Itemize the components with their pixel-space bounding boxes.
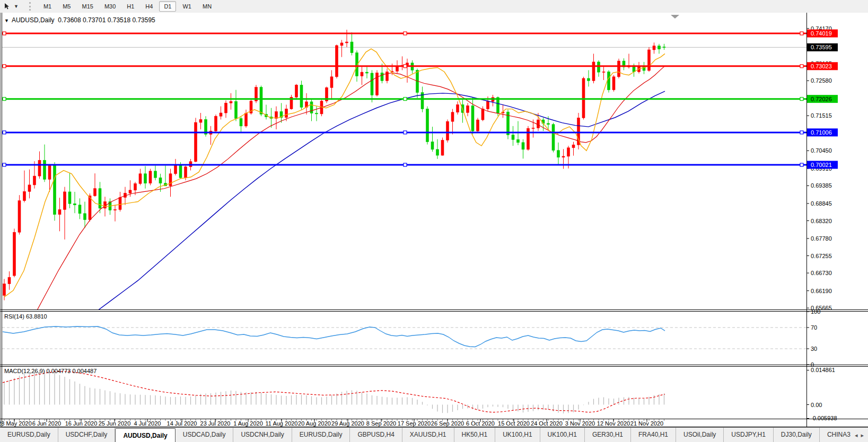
timeframe-button-M5[interactable]: M5 [58, 1, 75, 12]
price-badge-0.74019: 0.74019 [807, 30, 838, 38]
svg-text:0.68845: 0.68845 [811, 200, 832, 207]
chart-tab-ger30-h1[interactable]: GER30,H1 [585, 428, 631, 442]
chart-tab-china300-h1[interactable]: CHINA300,H1 [820, 428, 851, 442]
line-handle[interactable] [404, 98, 407, 101]
toolbar: ▼ M1M5M15M30H1H4D1W1MN [0, 0, 868, 13]
svg-text:0.68320: 0.68320 [811, 218, 832, 224]
timeframe-button-H1[interactable]: H1 [122, 1, 139, 12]
svg-text:3 Nov 2020: 3 Nov 2020 [565, 420, 595, 427]
tab-scroll-left-icon[interactable]: ◂ [855, 432, 858, 439]
svg-text:24 Oct 2020: 24 Oct 2020 [531, 420, 563, 427]
timeframe-button-MN[interactable]: MN [198, 1, 216, 12]
price-badge-0.70021: 0.70021 [807, 161, 838, 169]
svg-text:0.67255: 0.67255 [811, 253, 832, 259]
tab-scroll-right-icon[interactable]: ▸ [861, 432, 864, 439]
chart-tab-hk50-h1[interactable]: HK50,H1 [454, 428, 496, 442]
chart-tab-bar: EURUSD,DailyUSDCHF,DailyAUDUSD,DailyUSDC… [0, 427, 868, 442]
timeframe-button-H4[interactable]: H4 [141, 1, 157, 12]
price-chart-canvas[interactable]: 0.741700.731050.725800.715150.704500.699… [0, 13, 868, 427]
svg-text:23 Jul 2020: 23 Jul 2020 [200, 420, 231, 427]
line-handle[interactable] [3, 65, 6, 68]
price-badge-0.71006: 0.71006 [807, 128, 838, 136]
chart-tab-uk100-h1[interactable]: UK100,H1 [495, 428, 540, 442]
svg-text:17 Sep 2020: 17 Sep 2020 [398, 420, 431, 427]
svg-text:12 Nov 2020: 12 Nov 2020 [597, 420, 630, 427]
svg-text:0.73023: 0.73023 [811, 63, 832, 69]
line-handle[interactable] [3, 131, 6, 134]
chart-title: ▼AUDUSD,Daily 0.73608 0.73701 0.73518 0.… [4, 16, 155, 24]
svg-text:8 Sep 2020: 8 Sep 2020 [366, 420, 396, 427]
tab-scroll-arrows: ◂ ▸ [851, 428, 868, 442]
timeframe-button-D1[interactable]: D1 [159, 1, 176, 12]
line-handle[interactable] [404, 131, 407, 134]
cursor-arrow-icon [4, 3, 11, 10]
chart-tabs: EURUSD,DailyUSDCHF,DailyAUDUSD,DailyUSDC… [0, 428, 851, 442]
chart-tab-usoil-daily[interactable]: USOil,Daily [676, 428, 724, 442]
svg-text:15 Oct 2020: 15 Oct 2020 [498, 420, 530, 427]
chart-tab-gbpusd-h4[interactable]: GBPUSD,H4 [350, 428, 402, 442]
price-badge-0.72026: 0.72026 [807, 95, 838, 103]
chart-tab-xauusd-h1[interactable]: XAUUSD,H1 [402, 428, 454, 442]
line-handle[interactable] [3, 163, 6, 166]
chart-tab-usdcad-daily[interactable]: USDCAD,Daily [176, 428, 234, 442]
timeframe-button-group: M1M5M15M30H1H4D1W1MN [39, 1, 218, 12]
chart-tab-usdcnh-daily[interactable]: USDCNH,Daily [233, 428, 292, 442]
chart-tab-usdchf-daily[interactable]: USDCHF,Daily [58, 428, 116, 442]
svg-text:16 Jun 2020: 16 Jun 2020 [65, 420, 98, 427]
macd-main-value: 0.004773 [46, 368, 71, 374]
svg-text:26 Sep 2020: 26 Sep 2020 [431, 420, 464, 427]
line-handle[interactable] [404, 163, 407, 166]
chart-tab-dj30-daily[interactable]: DJ30,Daily [774, 428, 820, 442]
svg-text:11 Aug 2020: 11 Aug 2020 [266, 420, 298, 427]
svg-text:0.71515: 0.71515 [811, 112, 832, 119]
line-handle[interactable] [800, 163, 803, 166]
chart-tab-audusd-daily[interactable]: AUDUSD,Daily [115, 428, 175, 442]
timeframe-button-W1[interactable]: W1 [178, 1, 196, 12]
chart-symbol-period: AUDUSD,Daily [12, 16, 55, 24]
line-handle[interactable] [800, 131, 803, 134]
chart-tab-uk100-h1[interactable]: UK100,H1 [540, 428, 585, 442]
timeframe-button-M1[interactable]: M1 [39, 1, 56, 12]
line-handle[interactable] [404, 65, 407, 68]
svg-text:0.00: 0.00 [811, 402, 822, 408]
symbol-dropdown-icon[interactable]: ▼ [4, 18, 9, 23]
timeframe-button-M15[interactable]: M15 [77, 1, 98, 12]
svg-text:0.70021: 0.70021 [811, 162, 832, 168]
svg-text:-0.005938: -0.005938 [811, 415, 837, 421]
rsi-value: 63.8810 [26, 313, 47, 320]
svg-text:0.73595: 0.73595 [811, 44, 832, 50]
line-handle[interactable] [3, 98, 6, 101]
chart-tab-eurusd-daily[interactable]: EURUSD,Daily [0, 428, 58, 442]
line-handle[interactable] [3, 32, 6, 35]
svg-text:0.66190: 0.66190 [811, 288, 832, 294]
svg-text:28 May 2020: 28 May 2020 [0, 420, 32, 427]
chart-tab-fra40-h1[interactable]: FRA40,H1 [631, 428, 676, 442]
svg-text:6 Jun 2020: 6 Jun 2020 [32, 420, 61, 427]
chart-tab-eurusd-daily[interactable]: EURUSD,Daily [292, 428, 350, 442]
svg-text:0.72580: 0.72580 [811, 77, 832, 84]
chart-ohlc-values: 0.73608 0.73701 0.73518 0.73595 [58, 16, 155, 24]
macd-name: MACD(12,26,9) [4, 368, 45, 374]
svg-text:0.69385: 0.69385 [811, 182, 832, 189]
svg-text:30: 30 [811, 346, 817, 352]
svg-text:0.66730: 0.66730 [811, 270, 832, 276]
line-handle[interactable] [404, 32, 407, 35]
line-handle[interactable] [800, 32, 803, 35]
svg-text:6 Oct 2020: 6 Oct 2020 [466, 420, 495, 427]
chart-tab-usdjpy-h1[interactable]: USDJPY,H1 [724, 428, 773, 442]
chevron-down-icon[interactable]: ▼ [14, 4, 19, 9]
timeframe-button-M30[interactable]: M30 [100, 1, 120, 12]
line-handle[interactable] [800, 98, 803, 101]
svg-text:4 Jul 2020: 4 Jul 2020 [134, 420, 161, 427]
rsi-indicator-label: RSI(14) 63.8810 [4, 313, 47, 320]
toolbar-grip-handle[interactable] [29, 2, 33, 11]
svg-text:70: 70 [811, 324, 817, 331]
cursor-tool-icon[interactable] [2, 2, 13, 11]
svg-text:0.67780: 0.67780 [811, 235, 832, 242]
line-handle[interactable] [800, 65, 803, 68]
svg-text:0.70450: 0.70450 [811, 147, 832, 154]
macd-signal-value: 0.004487 [72, 368, 97, 374]
svg-text:0.74019: 0.74019 [811, 30, 832, 37]
svg-text:21 Nov 2020: 21 Nov 2020 [630, 420, 663, 427]
svg-text:0.014861: 0.014861 [811, 367, 835, 373]
